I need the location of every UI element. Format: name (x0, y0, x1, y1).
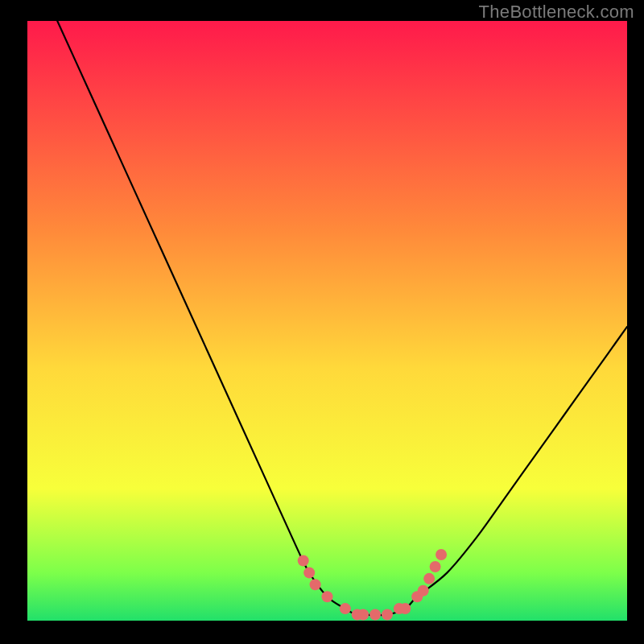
highlight-dot (340, 603, 351, 614)
plot-area (27, 21, 627, 621)
highlight-dot (322, 591, 333, 602)
highlight-dot (436, 549, 447, 560)
highlight-dot (369, 609, 381, 621)
highlight-dot (310, 579, 321, 590)
highlight-dot (430, 561, 441, 572)
gradient-background (27, 21, 627, 621)
watermark-text: TheBottleneck.com (479, 2, 634, 23)
highlight-dot (399, 603, 411, 614)
highlight-dot (298, 555, 309, 567)
chart-svg (27, 21, 627, 621)
chart-frame: TheBottleneck.com (0, 0, 644, 644)
highlight-dot (303, 567, 315, 578)
highlight-dot (418, 585, 429, 597)
highlight-dot (423, 573, 435, 584)
highlight-dot (382, 609, 393, 621)
highlight-dot (357, 609, 369, 621)
